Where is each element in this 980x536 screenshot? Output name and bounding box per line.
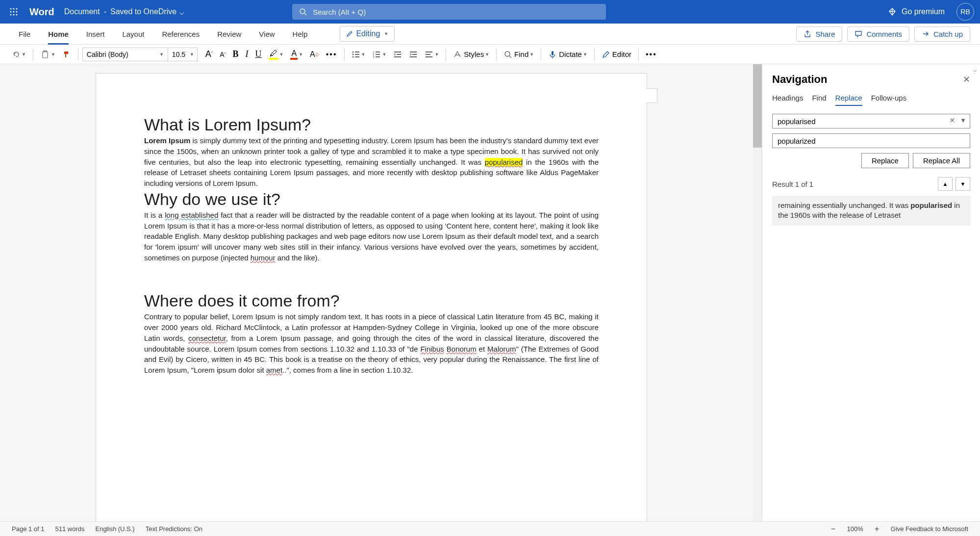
search-placeholder: Search (Alt + Q): [313, 8, 366, 16]
underline-button[interactable]: U: [252, 47, 265, 61]
svg-point-15: [352, 53, 353, 55]
font-family-select[interactable]: Calibri (Body)▼: [82, 48, 168, 61]
chevron-down-icon[interactable]: ▼: [960, 117, 966, 124]
page: What is Lorem Ipsum? Lorem Ipsum is simp…: [96, 73, 647, 521]
catchup-button[interactable]: Catch up: [914, 26, 970, 42]
zoom-in-button[interactable]: +: [872, 525, 882, 534]
svg-point-6: [10, 14, 12, 16]
more-options-button[interactable]: •••: [643, 48, 660, 61]
status-bar: Page 1 of 1 511 words English (U.S.) Tex…: [0, 521, 980, 536]
font-color-button[interactable]: A▼: [287, 47, 306, 62]
word-count[interactable]: 511 words: [55, 525, 85, 533]
text-predictions[interactable]: Text Predictions: On: [146, 525, 202, 533]
svg-point-1: [13, 8, 15, 10]
heading-3: Where does it come from?: [144, 291, 599, 310]
tab-references[interactable]: References: [153, 24, 208, 45]
replace-button[interactable]: Replace: [861, 153, 909, 168]
svg-point-8: [16, 14, 18, 16]
paragraph: Lorem Ipsum is simply dummy text of the …: [144, 135, 599, 189]
tab-file[interactable]: File: [10, 24, 39, 45]
comments-button[interactable]: Comments: [847, 26, 909, 42]
decrease-indent-button[interactable]: [390, 48, 405, 61]
italic-button[interactable]: I: [243, 47, 251, 61]
clear-icon[interactable]: ✕: [950, 117, 955, 124]
tab-review[interactable]: Review: [208, 24, 250, 45]
svg-rect-11: [43, 51, 48, 58]
more-font-button[interactable]: •••: [323, 48, 340, 61]
toolbar: ▼ ▼ Calibri (Body)▼ 10.5▼ Aˆ Aˇ B I U 🖊▼…: [0, 45, 980, 64]
scrollbar-thumb[interactable]: [753, 64, 762, 148]
document-title-area[interactable]: Document - Saved to OneDrive ⌵: [64, 7, 184, 17]
separator: -: [104, 7, 106, 16]
format-painter-button[interactable]: [59, 48, 74, 61]
tab-insert[interactable]: Insert: [77, 24, 114, 45]
svg-point-3: [10, 11, 12, 13]
clear-formatting-button[interactable]: A◇: [307, 48, 322, 61]
result-count: Result 1 of 1: [772, 180, 813, 188]
dictate-button[interactable]: Dictate▼: [545, 48, 590, 61]
undo-button[interactable]: ▼: [9, 48, 29, 61]
page-count[interactable]: Page 1 of 1: [12, 525, 45, 533]
svg-rect-36: [552, 51, 553, 55]
shrink-font-button[interactable]: Aˇ: [217, 49, 228, 60]
svg-rect-22: [376, 54, 380, 55]
highlight-button[interactable]: 🖊▼: [266, 47, 287, 62]
document-area[interactable]: What is Lorem Ipsum? Lorem Ipsum is simp…: [0, 64, 762, 521]
replace-all-button[interactable]: Replace All: [913, 153, 970, 168]
find-input[interactable]: [772, 114, 970, 128]
title-bar: Word Document - Saved to OneDrive ⌵ Sear…: [0, 0, 980, 24]
search-box[interactable]: Search (Alt + Q): [292, 4, 606, 20]
navigation-pane: Navigation ✕ Headings Find Replace Follo…: [762, 64, 980, 521]
svg-rect-28: [410, 51, 417, 52]
svg-rect-26: [397, 54, 401, 55]
svg-text:3: 3: [373, 55, 375, 58]
nav-tab-replace[interactable]: Replace: [835, 94, 862, 106]
chevron-down-icon: ⌵: [179, 7, 184, 17]
tab-home[interactable]: Home: [39, 24, 77, 45]
nav-tab-headings[interactable]: Headings: [772, 94, 803, 106]
user-avatar[interactable]: RB: [956, 3, 974, 21]
tab-view[interactable]: View: [250, 24, 283, 45]
paragraph: It is a long established fact that a rea…: [144, 210, 599, 263]
svg-point-2: [16, 8, 18, 10]
find-button[interactable]: Find▼: [501, 48, 537, 61]
chevron-down-icon: ▼: [384, 31, 388, 36]
svg-point-0: [10, 8, 12, 10]
heading-1: What is Lorem Ipsum?: [144, 115, 599, 134]
language[interactable]: English (U.S.): [95, 525, 134, 533]
close-icon[interactable]: ✕: [963, 74, 970, 85]
feedback-link[interactable]: Give Feedback to Microsoft: [891, 525, 968, 533]
zoom-out-button[interactable]: −: [829, 525, 838, 534]
svg-rect-14: [355, 51, 359, 52]
svg-rect-20: [376, 51, 380, 52]
search-result-item[interactable]: remaining essentially unchanged. It was …: [772, 196, 970, 226]
editing-mode-button[interactable]: Editing ▼: [340, 26, 395, 42]
numbering-button[interactable]: 123▼: [369, 48, 389, 61]
vertical-scrollbar[interactable]: [753, 64, 762, 521]
bold-button[interactable]: B: [230, 47, 242, 61]
zoom-level[interactable]: 100%: [847, 525, 863, 533]
nav-tab-followups[interactable]: Follow-ups: [871, 94, 907, 106]
font-size-select[interactable]: 10.5▼: [169, 48, 198, 61]
replace-input[interactable]: [772, 133, 970, 148]
tab-layout[interactable]: Layout: [113, 24, 153, 45]
collapse-ribbon-button[interactable]: ⌵: [974, 67, 977, 73]
spacer: [144, 272, 599, 283]
app-launcher-button[interactable]: [6, 4, 22, 20]
svg-point-34: [505, 51, 510, 56]
paste-button[interactable]: ▼: [37, 48, 58, 61]
bullets-button[interactable]: ▼: [349, 48, 369, 61]
nav-tab-find[interactable]: Find: [812, 94, 826, 106]
next-result-button[interactable]: ▼: [955, 177, 970, 191]
grow-font-button[interactable]: Aˆ: [202, 47, 216, 61]
editor-button[interactable]: Editor: [599, 48, 634, 61]
page-tab-handle[interactable]: [647, 88, 657, 103]
tab-help[interactable]: Help: [284, 24, 317, 45]
align-button[interactable]: ▼: [422, 48, 442, 61]
styles-button[interactable]: Styles▼: [450, 48, 492, 61]
go-premium-button[interactable]: Go premium: [888, 7, 945, 16]
svg-rect-32: [426, 54, 430, 55]
increase-indent-button[interactable]: [406, 48, 421, 61]
prev-result-button[interactable]: ▲: [938, 177, 953, 191]
share-button[interactable]: Share: [796, 26, 842, 42]
